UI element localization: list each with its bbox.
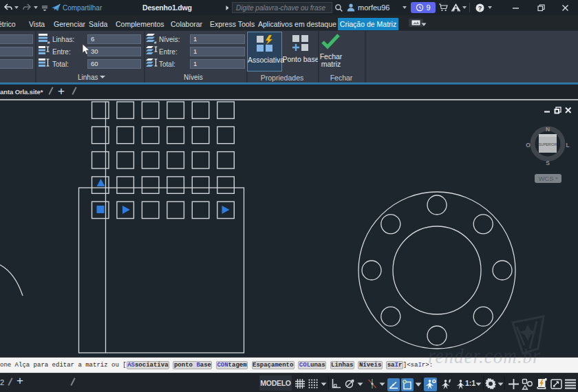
- svg-text:SUPERIOR: SUPERIOR: [539, 142, 557, 146]
- svg-text:#: #: [154, 41, 157, 44]
- svg-text:S: S: [546, 160, 550, 166]
- svg-text:#: #: [47, 41, 50, 44]
- svg-text:N: N: [546, 126, 550, 133]
- svg-text:O: O: [526, 142, 531, 149]
- svg-text:L: L: [566, 142, 569, 149]
- svg-text:?: ?: [478, 5, 482, 12]
